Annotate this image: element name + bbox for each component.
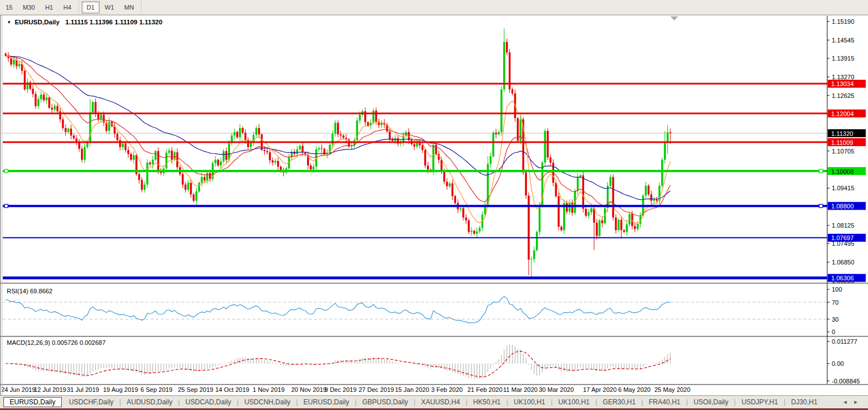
level-badge-1.13034-text: 1.13034 (831, 80, 854, 87)
level-badge-1.08800-text: 1.08800 (831, 203, 854, 210)
date-label: 3 Feb 2020 (431, 386, 463, 393)
price-tick-1.10705: 1.10705 (832, 148, 854, 155)
tab-scroll-arrows: ◄► (840, 399, 861, 405)
chart-tab-USDJPY-H1[interactable]: USDJPY,H1 (736, 397, 784, 407)
chart-tab-USDCHF-Daily[interactable]: USDCHF,Daily (63, 397, 120, 407)
toolbar-separator (79, 1, 79, 14)
date-label: 25 Sep 2019 (178, 386, 213, 393)
date-label: 19 Aug 2019 (103, 386, 138, 393)
rsi-tick-30: 30 (832, 316, 839, 323)
price-tick-1.13270: 1.13270 (832, 74, 854, 80)
rsi-tick-0: 0 (832, 328, 835, 335)
chart-tab-USDCNH-Daily[interactable]: USDCNH,Daily (239, 397, 296, 407)
line-handle[interactable] (819, 169, 823, 173)
window-left-border-inner (2, 15, 2, 395)
date-label: 15 Jan 2020 (395, 386, 429, 393)
chart-tab-DJ30-H1[interactable]: DJ30,H1 (785, 397, 823, 407)
chart-tab-AUDUSD-Daily[interactable]: AUDUSD,Daily (121, 397, 178, 407)
timeframe-button-M30[interactable]: M30 (18, 1, 40, 14)
timeframe-button-D1[interactable]: D1 (82, 1, 100, 14)
pane-separator[interactable] (0, 384, 868, 385)
date-label: 31 Jul 2019 (67, 386, 99, 393)
chart-canvas[interactable]: 1.151901.145451.139151.132701.126251.107… (0, 16, 868, 395)
timeframe-button-MN[interactable]: MN (119, 1, 139, 14)
chart-tab-FRA40-H1[interactable]: FRA40,H1 (643, 397, 686, 407)
level-badge-1.06306-text: 1.06306 (831, 275, 854, 281)
rsi-tick-70: 70 (832, 299, 839, 306)
price-tick-1.06850: 1.06850 (832, 259, 854, 266)
line-handle[interactable] (5, 169, 8, 173)
line-handle[interactable] (819, 204, 823, 208)
timeframe-toolbar: 15M30H1H4D1W1MN (0, 0, 868, 15)
macd-tick-0.011277: 0.011277 (832, 338, 857, 345)
chart-tab-GER30-H1[interactable]: GER30,H1 (597, 397, 641, 407)
date-axis: 24 Jun 201912 Jul 201931 Jul 201919 Aug … (1, 386, 691, 393)
date-label: 21 Feb 2020 (467, 386, 503, 393)
date-label: 1 Nov 2019 (253, 386, 284, 393)
date-label: 20 Nov 2019 (291, 386, 326, 393)
chart-tab-USDCAD-Daily[interactable]: USDCAD,Daily (180, 397, 237, 407)
date-label: 24 Jun 2019 (1, 386, 36, 393)
date-label: 27 Dec 2019 (359, 386, 394, 393)
rsi-indicator-label: RSI(14) 69.8662 (7, 288, 53, 294)
date-label: 14 Oct 2019 (215, 386, 249, 393)
rsi-value: 69.8662 (30, 288, 53, 294)
tab-scroll-right-icon[interactable]: ► (850, 399, 861, 405)
timeframe-button-H1[interactable]: H1 (40, 1, 58, 14)
macd-tick-0.00: 0.00 (832, 360, 844, 367)
symbol-dropdown-icon[interactable]: ▼ (7, 20, 11, 25)
chart-tab-GBPUSD-Daily[interactable]: GBPUSD,Daily (356, 397, 414, 407)
chart-tab-EURUSD-Daily[interactable]: EURUSD,Daily (298, 397, 355, 407)
date-label: 30 Mar 2020 (539, 386, 574, 393)
pane-separator[interactable] (0, 336, 868, 337)
date-label: 11 Mar 2020 (503, 386, 538, 393)
window-left-border (0, 15, 1, 395)
timeframe-button-W1[interactable]: W1 (100, 1, 120, 14)
chart-title: ▼EURUSD,Daily1.11115 1.11396 1.11109 1.1… (7, 19, 163, 25)
rsi-name: RSI(14) (7, 288, 28, 294)
timeframe-button-15[interactable]: 15 (1, 1, 18, 14)
level-badge-1.12004-text: 1.12004 (831, 110, 854, 117)
chart-tab-UK100-H1[interactable]: UK100,H1 (552, 397, 595, 407)
line-handle[interactable] (5, 204, 8, 208)
macd-tick--0.008845: -0.008845 (832, 378, 860, 385)
tab-scroll-left-icon[interactable]: ◄ (840, 399, 850, 405)
level-badge-1.10008-text: 1.10008 (831, 168, 854, 175)
macd-indicator-label: MACD(12,26,9) 0.005726 0.002687 (7, 339, 105, 346)
current-price-badge-text: 1.11320 (831, 130, 853, 137)
chart-tab-UK100-H1[interactable]: UK100,H1 (508, 397, 551, 407)
toolbar-separator (141, 1, 142, 14)
chart-window: 1.151901.145451.139151.132701.126251.107… (0, 15, 868, 395)
date-label: 6 May 2020 (618, 386, 650, 393)
date-label: 9 Dec 2019 (325, 386, 356, 393)
chart-ohlc-readout: 1.11115 1.11396 1.11109 1.11320 (65, 19, 162, 25)
chart-tab-EURUSD-Daily[interactable]: EURUSD,Daily (3, 397, 62, 407)
price-tick-1.09415: 1.09415 (832, 185, 854, 191)
price-tick-1.15190: 1.15190 (832, 18, 854, 25)
macd-name: MACD(12,26,9) (7, 339, 50, 346)
mt4-window: 15M30H1H4D1W1MN 1.151901.145451.139151.1… (0, 0, 868, 410)
date-label: 17 Apr 2020 (583, 386, 616, 393)
chart-tab-XAUUSD-H4[interactable]: XAUUSD,H4 (415, 397, 466, 407)
chart-tab-HK50-H1[interactable]: HK50,H1 (467, 397, 507, 407)
pane-separator[interactable] (0, 283, 868, 284)
price-tick-1.08125: 1.08125 (832, 222, 854, 229)
date-label: 6 Sep 2019 (141, 386, 172, 393)
price-tick-1.13915: 1.13915 (832, 55, 854, 62)
timeframe-button-H4[interactable]: H4 (58, 1, 76, 14)
level-badge-1.07697-text: 1.07697 (831, 234, 854, 241)
level-badge-1.11009-text: 1.11009 (831, 139, 853, 146)
rsi-tick-100: 100 (832, 286, 842, 293)
date-label: 12 Jul 2019 (34, 386, 66, 393)
macd-signal-value: 0.002687 (79, 339, 105, 346)
chart-symbol-label: EURUSD,Daily (15, 19, 59, 25)
chart-tab-bar: EURUSD,DailyUSDCHF,Daily|AUDUSD,Daily|US… (0, 395, 868, 408)
chart-tab-USOil-Daily[interactable]: USOil,Daily (688, 397, 734, 407)
macd-main-value: 0.005726 (52, 339, 78, 346)
date-label: 25 May 2020 (654, 386, 691, 393)
price-tick-1.14545: 1.14545 (832, 37, 854, 44)
price-tick-1.12625: 1.12625 (832, 92, 854, 99)
